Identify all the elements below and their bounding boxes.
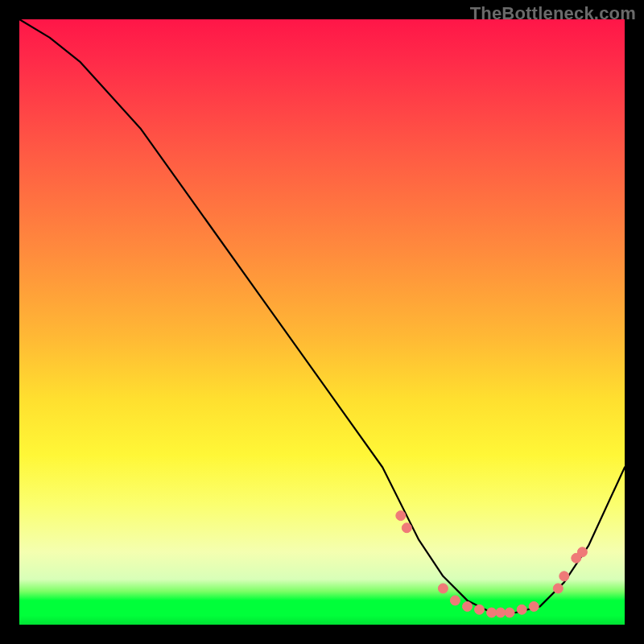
marker-dot [505,608,514,617]
marker-dot [396,511,406,521]
marker-dot [450,596,460,605]
watermark-text: TheBottleneck.com [470,3,636,24]
marker-dot [577,547,587,557]
marker-dot [553,584,563,593]
marker-dot [559,572,569,581]
marker-dot [496,608,506,617]
marker-dot [402,523,411,533]
bottleneck-curve [19,19,625,613]
marker-dot [487,608,497,617]
marker-dot [475,605,485,614]
marker-dot [438,584,448,593]
curve-layer [19,19,625,625]
marker-dot [517,605,526,614]
plot-area [19,19,625,625]
highlighted-points [396,511,588,617]
marker-dot [529,601,539,611]
marker-dot [463,601,473,611]
chart-frame: TheBottleneck.com [0,0,644,644]
